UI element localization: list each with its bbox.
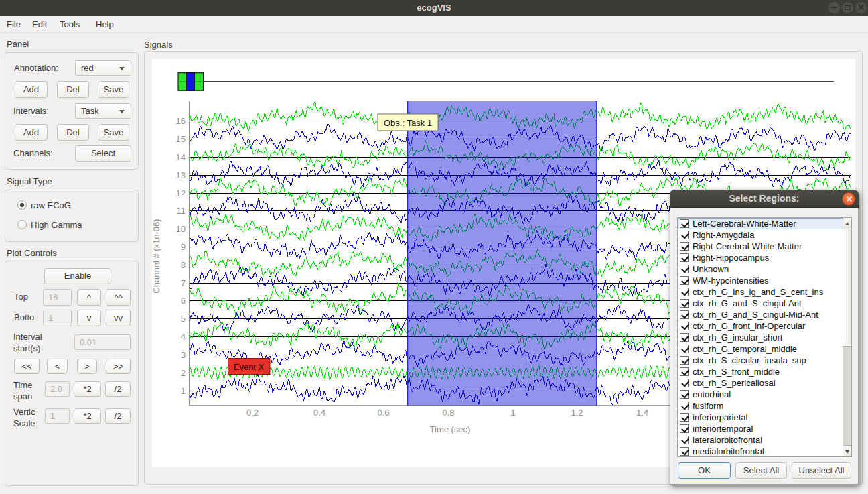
svg-text:Time (sec): Time (sec) <box>430 424 471 434</box>
svg-text:15: 15 <box>176 134 186 144</box>
svg-text:0.6: 0.6 <box>377 408 389 418</box>
svg-text:7: 7 <box>181 278 186 288</box>
svg-text:3: 3 <box>181 350 186 360</box>
svg-text:1.2: 1.2 <box>571 408 583 418</box>
svg-text:12: 12 <box>176 188 186 198</box>
svg-text:11: 11 <box>177 206 186 216</box>
svg-text:Event X: Event X <box>234 362 265 372</box>
svg-text:16: 16 <box>176 116 186 126</box>
svg-text:Obs.: Task 1: Obs.: Task 1 <box>384 118 432 128</box>
svg-text:0.4: 0.4 <box>313 408 326 418</box>
svg-text:0.2: 0.2 <box>246 408 259 418</box>
svg-text:8: 8 <box>181 260 186 270</box>
svg-text:1: 1 <box>510 408 515 418</box>
svg-text:Channel # (x1e-06): Channel # (x1e-06) <box>152 219 161 293</box>
svg-text:6: 6 <box>181 296 186 306</box>
svg-text:1: 1 <box>181 386 186 396</box>
svg-text:10: 10 <box>176 224 186 234</box>
svg-text:9: 9 <box>181 242 186 252</box>
svg-text:1.4: 1.4 <box>636 408 648 418</box>
svg-text:14: 14 <box>176 152 186 162</box>
svg-text:4: 4 <box>181 332 186 342</box>
svg-text:13: 13 <box>176 170 186 180</box>
svg-text:2: 2 <box>181 368 186 378</box>
svg-text:0.8: 0.8 <box>442 408 454 418</box>
svg-text:5: 5 <box>181 314 186 324</box>
